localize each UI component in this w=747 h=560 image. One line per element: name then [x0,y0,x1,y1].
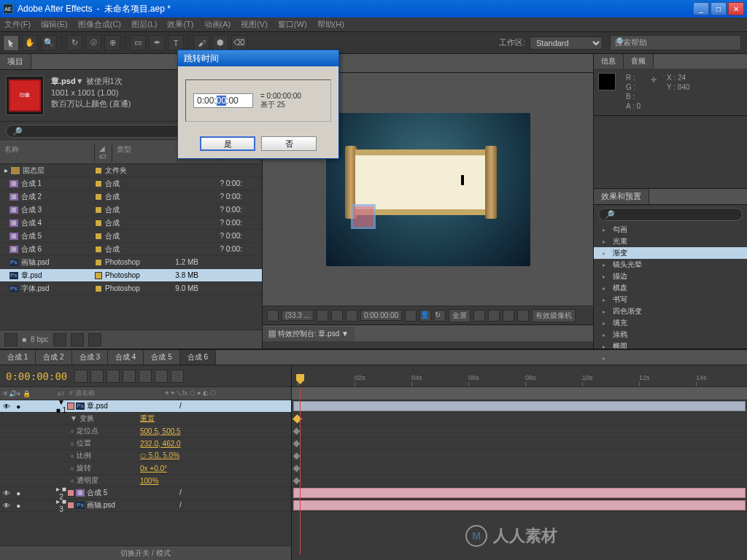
always-preview-icon[interactable] [267,310,279,322]
audio-tab[interactable]: 音频 [624,54,654,69]
project-row[interactable]: ▦ 合成 6合成? 0:00: [0,243,262,256]
effect-item[interactable]: 椭圆 [594,341,747,349]
roi-icon[interactable] [331,310,343,322]
active-camera[interactable]: 有效摄像机 [532,309,576,322]
transform-group[interactable]: ▼ 变换重置 [0,413,291,425]
timeline-tab[interactable]: 合成 4 [108,350,144,365]
shape-tool[interactable]: ▭ [130,35,146,51]
hand-tool[interactable]: ✋ [22,35,38,51]
timeline-layer[interactable]: 👁 ● ▸ ■ 2▦合成 5/ [0,487,291,499]
zoom-tool[interactable]: 🔍 [41,35,57,51]
transform-property[interactable]: ⬨ 比例⬭ 5.0, 5.0% [0,450,291,462]
eraser-tool[interactable]: ⌫ [231,35,247,51]
current-time[interactable]: 0:00:00:00 [360,310,402,321]
project-tab[interactable]: 项目 [0,54,31,69]
project-row[interactable]: ▦ 合成 3合成? 0:00: [0,203,262,217]
info-tab[interactable]: 信息 [594,54,624,69]
menu-animation[interactable]: 动画(A) [204,19,231,30]
transform-property[interactable]: ⬨ 透明度100% [0,475,291,487]
timeline-tab[interactable]: 合成 5 [144,350,179,365]
pan-behind-tool[interactable]: ⊕ [104,35,120,51]
project-row[interactable]: Ps 画轴.psdPhotoshop1.2 MB [0,256,262,269]
project-row[interactable]: ▦ 合成 4合成? 0:00: [0,217,262,230]
effect-item[interactable]: 光束 [594,236,747,247]
effect-item[interactable]: 涂鸦 [594,329,747,341]
help-search-input[interactable]: 🔎搜索帮助 [610,35,741,50]
transform-property[interactable]: ⬨ 旋转0x +0.0° [0,462,291,475]
effect-item[interactable]: 书写 [594,294,747,306]
menu-file[interactable]: 文件(F) [4,19,31,30]
work-area-bar[interactable] [292,387,747,400]
project-row[interactable]: Ps 章.psdPhotoshop3.8 MB [0,269,262,282]
project-row[interactable]: ▦ 合成 2合成? 0:00: [0,190,262,203]
effect-controls-body[interactable] [263,341,593,349]
minimize-button[interactable]: _ [693,2,709,15]
dialog-cancel-button[interactable]: 否 [261,136,317,151]
text-tool[interactable]: T [168,35,184,51]
stamp-tool[interactable]: ⬢ [212,35,228,51]
view-mode[interactable]: 全屏 [449,309,471,322]
effect-item[interactable]: 填充 [594,317,747,329]
grid-icon[interactable] [473,310,485,322]
new-comp-button[interactable] [71,333,84,346]
effect-item[interactable]: 渐变 [594,247,747,259]
reset-exposure-icon[interactable]: ↻ [434,310,446,322]
menu-layer[interactable]: 图层(L) [131,19,157,30]
timeline-layer[interactable]: 👁 ● ▸ ■ 3Ps画轴.psd/ [0,499,291,512]
timeline-tab[interactable]: 合成 1 [0,350,36,365]
timeline-timecode[interactable]: 0:00:00:00 [6,370,67,382]
menu-composition[interactable]: 图像合成(C) [78,19,121,30]
effects-list[interactable]: 勾画光束渐变镜头光晕描边棋盘书写四色渐变填充涂鸦椭圆网格 [594,224,747,349]
effects-presets-tab[interactable]: 效果和预置 [594,189,649,204]
delete-button[interactable] [88,333,101,346]
menu-edit[interactable]: 编辑(E) [41,19,68,30]
workspace-select[interactable]: Standard [530,36,603,50]
layer-track[interactable] [292,499,747,512]
zoom-dropdown[interactable]: (33.3 ... [282,310,314,321]
effect-item[interactable]: 勾画 [594,224,747,236]
tl-motion-blur-icon[interactable] [139,370,152,383]
project-row[interactable]: ▦ 合成 1合成? 0:00: [0,177,262,190]
close-button[interactable]: ✕ [728,2,744,15]
dialog-ok-button[interactable]: 是 [200,136,255,151]
timeline-footer-toggle[interactable]: 切换开关 / 模式 [0,545,291,560]
transform-property[interactable]: ⬨ 定位点500.5, 500.5 [0,425,291,438]
maximize-button[interactable]: □ [711,2,727,15]
interpret-footage-button[interactable] [4,333,18,346]
rotate-tool[interactable]: ↻ [66,35,82,51]
selection-tool[interactable] [3,35,19,51]
snapshot-icon[interactable] [405,310,417,322]
menu-view[interactable]: 视图(V) [241,19,268,30]
stamp-layer[interactable] [351,204,376,229]
timeline-tab[interactable]: 合成 3 [72,350,108,365]
layer-track[interactable] [292,400,747,413]
effect-item[interactable]: 四色渐变 [594,306,747,317]
tl-comp-button[interactable] [90,370,104,383]
layer-track[interactable] [292,487,747,499]
new-folder-button[interactable] [53,333,66,346]
project-row[interactable]: ▦ 合成 5合成? 0:00: [0,230,262,243]
tl-shy-icon[interactable] [107,370,120,383]
menu-effect[interactable]: 效果(T) [167,19,193,30]
transform-property[interactable]: ⬨ 位置232.0, 462.0 [0,438,291,450]
transparency-icon[interactable] [346,310,357,322]
effects-search-input[interactable] [598,208,743,221]
menu-help[interactable]: 帮助(H) [317,19,344,30]
project-row[interactable]: Ps 字体.psdPhotoshop9.0 MB [0,282,262,295]
resolution-icon[interactable] [317,310,328,322]
3d-icon[interactable] [503,310,514,322]
dialog-timecode-input[interactable]: 0:00:00:00 [193,93,253,108]
timecode-icon[interactable] [517,310,529,322]
effect-item[interactable]: 镜头光晕 [594,259,747,271]
mask-icon[interactable] [488,310,500,322]
project-row[interactable]: ▸ 固态层文件夹 [0,164,262,177]
effect-item[interactable]: 描边 [594,271,747,282]
tl-search-icon[interactable] [74,370,88,383]
brush-tool[interactable]: 🖌 [193,35,209,51]
tl-brainstorm-icon[interactable] [171,370,184,383]
timeline-layers[interactable]: 👁 ● ▼ ■ 1Ps章.psd/▼ 变换重置⬨ 定位点500.5, 500.5… [0,400,291,545]
timeline-tab[interactable]: 合成 6 [180,350,216,365]
timeline-layer[interactable]: 👁 ● ▼ ■ 1Ps章.psd/ [0,400,291,413]
effect-controls-tab[interactable]: ▦ 特效控制台: 章.psd ▼ [263,327,355,341]
timeline-tab[interactable]: 合成 2 [36,350,71,365]
